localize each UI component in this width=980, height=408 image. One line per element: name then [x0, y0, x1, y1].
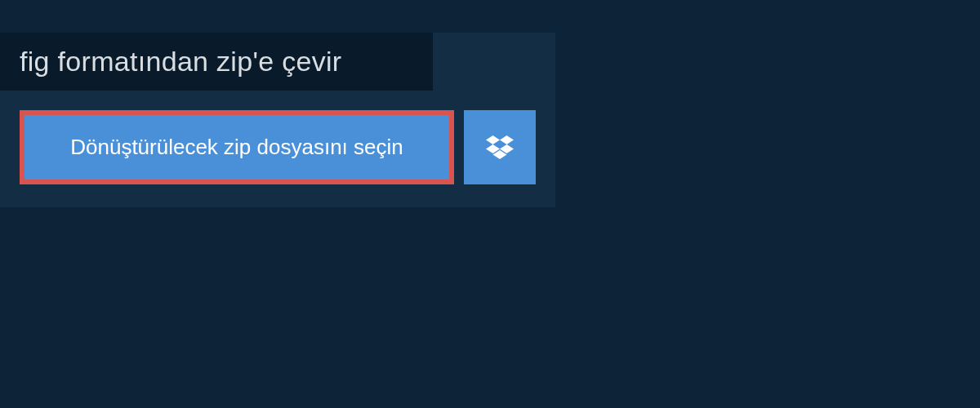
select-file-label: Dönüştürülecek zip dosyasını seçin — [70, 135, 403, 160]
page-title: fig formatından zip'e çevir — [20, 46, 341, 77]
select-file-button[interactable]: Dönüştürülecek zip dosyasını seçin — [20, 110, 454, 184]
title-bar: fig formatından zip'e çevir — [0, 33, 433, 91]
dropbox-icon — [486, 135, 514, 160]
converter-panel: fig formatından zip'e çevir Dönüştürülec… — [0, 33, 555, 207]
button-row: Dönüştürülecek zip dosyasını seçin — [0, 91, 555, 207]
dropbox-button[interactable] — [464, 110, 536, 184]
